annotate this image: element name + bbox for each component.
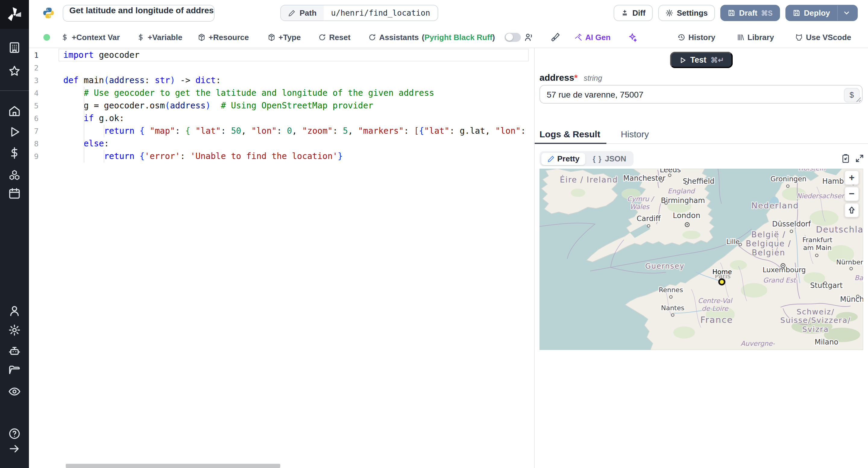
map-label: Nantes xyxy=(661,304,684,312)
test-button[interactable]: Test ⌘↵ xyxy=(670,52,733,68)
map-label: de Loire xyxy=(702,305,728,312)
audit-eye-icon[interactable] xyxy=(8,385,21,398)
map-recenter-button[interactable] xyxy=(844,203,859,218)
address-input[interactable]: 57 rue de varenne, 75007 $ xyxy=(539,85,863,104)
deploy-button[interactable]: Deploy xyxy=(785,5,858,21)
chevron-down-icon[interactable] xyxy=(843,9,850,17)
indent-guide xyxy=(104,150,104,163)
runs-play-icon[interactable] xyxy=(8,126,21,138)
view-json-button[interactable]: { } JSON xyxy=(587,153,632,165)
presence-user-icon[interactable] xyxy=(524,32,533,42)
multiplayer-toggle[interactable] xyxy=(504,33,521,41)
workspace-icon[interactable] xyxy=(8,41,21,54)
add-resource-button[interactable]: +Resource xyxy=(198,33,249,41)
view-pretty-button[interactable]: Pretty xyxy=(541,153,586,165)
code-editor[interactable]: 123456789 import geocoderdef main(addres… xyxy=(29,48,529,468)
help-icon[interactable] xyxy=(8,427,21,440)
arrow-up-icon xyxy=(847,206,856,214)
windmill-logo[interactable] xyxy=(0,0,29,29)
save-icon xyxy=(792,9,800,17)
add-type-button[interactable]: +Type xyxy=(268,33,301,41)
map-label: Centre-Val xyxy=(698,297,733,304)
map-label: Cymru / xyxy=(627,195,655,203)
deploy-divider xyxy=(837,5,838,21)
capital-dot xyxy=(687,224,688,226)
assistants-detail: Pyright Black Ruff xyxy=(424,33,492,41)
play-icon xyxy=(679,56,686,64)
folders-icon[interactable] xyxy=(8,364,21,377)
indent-guide xyxy=(104,125,104,137)
map-label: Manchester xyxy=(623,174,665,182)
package-icon xyxy=(198,33,206,41)
path-widget[interactable]: Path u/henri/find_location xyxy=(280,5,438,21)
map-label: Leeds xyxy=(660,169,681,174)
settings-button[interactable]: Settings xyxy=(658,5,715,21)
ai-gen-button[interactable]: AI Gen xyxy=(575,33,611,41)
indent-guide xyxy=(84,87,84,163)
python-language-icon xyxy=(42,7,55,19)
map-label: France xyxy=(701,315,733,325)
map-label: Nederland xyxy=(751,201,799,210)
map-zoom-out-button[interactable]: − xyxy=(844,187,859,201)
map-label: Holstein xyxy=(798,169,826,172)
map-label: België / xyxy=(751,230,786,239)
favorites-star-icon[interactable] xyxy=(8,65,21,77)
capital-dot xyxy=(782,265,784,267)
user-icon[interactable] xyxy=(8,304,21,317)
add-variable-button[interactable]: +Variable xyxy=(137,33,182,41)
path-edit-section[interactable]: Path xyxy=(281,5,324,21)
home-icon[interactable] xyxy=(8,104,21,117)
resize-grip[interactable] xyxy=(856,97,861,102)
run-panel: Test ⌘↵ address* string 57 rue de varenn… xyxy=(534,48,868,468)
horizontal-scrollbar[interactable] xyxy=(66,464,280,468)
tab-history[interactable]: History xyxy=(621,129,649,139)
use-vscode-button[interactable]: Use VScode xyxy=(795,33,851,41)
map-label: Wales xyxy=(630,203,650,210)
address-value: 57 rue de varenne, 75007 xyxy=(547,86,644,104)
argument-type: string xyxy=(584,74,602,82)
city-dot xyxy=(685,182,688,185)
add-context-var-button[interactable]: +Context Var xyxy=(61,33,120,41)
map-label: London xyxy=(673,211,701,220)
map-label: Groningen xyxy=(770,175,807,183)
sparkles-icon[interactable] xyxy=(627,32,637,42)
plus-minus-icon xyxy=(621,9,629,17)
path-value: u/henri/find_location xyxy=(324,5,437,21)
assistants-button[interactable]: Assistants (Pyright Black Ruff) xyxy=(368,33,495,41)
reset-button[interactable]: Reset xyxy=(318,33,350,41)
city-dot xyxy=(739,243,742,246)
refresh-icon xyxy=(368,33,376,41)
script-summary-input[interactable]: Get latitude and longitude of address xyxy=(63,5,215,22)
map-label: München xyxy=(840,295,863,304)
history-button[interactable]: History xyxy=(678,33,715,41)
city-dot xyxy=(857,295,859,298)
format-brush-icon[interactable] xyxy=(550,32,560,42)
tab-logs-result[interactable]: Logs & Result xyxy=(539,129,600,139)
result-map[interactable]: EnglandCymru /WalesNiedersachsenGrand Es… xyxy=(539,169,863,350)
expand-result-icon[interactable] xyxy=(855,154,864,163)
city-dot xyxy=(850,267,852,270)
map-label: Frankfurt xyxy=(802,236,832,244)
map-label: Schweiz/ xyxy=(797,307,835,316)
wand-icon xyxy=(575,33,582,41)
path-label: Path xyxy=(300,8,316,18)
resources-cubes-icon[interactable] xyxy=(8,169,21,181)
diff-button[interactable]: Diff xyxy=(614,5,652,21)
schedules-calendar-icon[interactable] xyxy=(8,187,21,200)
city-dot xyxy=(669,174,671,177)
copy-result-icon[interactable] xyxy=(841,154,850,163)
workers-robot-icon[interactable] xyxy=(8,345,21,358)
home-marker[interactable] xyxy=(719,279,724,285)
city-dot xyxy=(824,282,827,285)
draft-button[interactable]: Draft ⌘S xyxy=(720,5,780,21)
variables-dollar-icon[interactable] xyxy=(8,147,21,159)
collapse-arrow-icon[interactable] xyxy=(8,442,21,455)
settings-gear-icon[interactable] xyxy=(8,324,21,336)
library-button[interactable]: Library xyxy=(737,33,774,41)
cat-vscode-icon xyxy=(795,33,803,41)
status-dot xyxy=(43,34,50,40)
dollar-icon xyxy=(137,33,145,41)
map-zoom-in-button[interactable]: + xyxy=(844,170,859,185)
test-shortcut: ⌘↵ xyxy=(711,56,724,64)
map-label: Grand Est xyxy=(763,276,797,284)
